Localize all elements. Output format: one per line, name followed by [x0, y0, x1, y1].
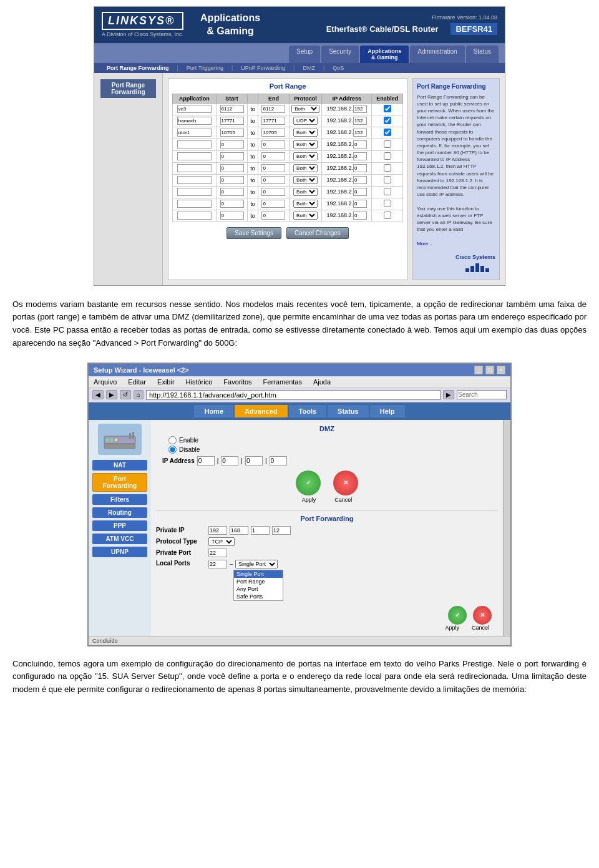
ip-last-3[interactable]: [353, 129, 367, 137]
end-input-3[interactable]: [261, 129, 285, 137]
inner-tab-help[interactable]: Help: [370, 405, 405, 417]
pf-ip-2[interactable]: [230, 526, 248, 535]
enabled-10[interactable]: [384, 212, 391, 219]
sidebar-btn-atm-vcc[interactable]: ATM VCC: [92, 534, 147, 544]
pf-ip-3[interactable]: [251, 526, 270, 535]
menu-historico[interactable]: Histórico: [183, 378, 215, 386]
protocol-select-9[interactable]: BothTCPUDP: [293, 200, 318, 208]
start-input-5[interactable]: [220, 152, 244, 160]
subnav-port-range[interactable]: Port Range Forwarding: [100, 63, 175, 73]
start-input-3[interactable]: [220, 129, 244, 137]
dmz-ip-1[interactable]: [197, 456, 215, 466]
forward-button[interactable]: ▶: [106, 390, 117, 399]
ip-last-2[interactable]: [353, 117, 367, 125]
sidebar-btn-port-forwarding[interactable]: Port Forwarding: [92, 473, 147, 492]
minimize-button[interactable]: _: [474, 366, 483, 374]
inner-tab-advanced[interactable]: Advanced: [235, 405, 288, 417]
start-input-2[interactable]: [220, 117, 244, 125]
start-input-4[interactable]: [220, 140, 244, 149]
tab-applications-gaming[interactable]: Applications& Gaming: [360, 46, 409, 63]
sidebar-btn-upnp[interactable]: UPNP: [92, 547, 147, 557]
app-input-10[interactable]: [177, 212, 212, 220]
close-button[interactable]: ×: [497, 366, 505, 374]
start-input-10[interactable]: [220, 212, 244, 220]
start-input-9[interactable]: [220, 200, 244, 208]
inner-tab-tools[interactable]: Tools: [289, 405, 327, 417]
subnav-port-triggering[interactable]: Port Triggering: [180, 63, 230, 73]
back-button[interactable]: ◀: [92, 390, 104, 399]
pf-apply-button[interactable]: ✓: [448, 606, 467, 625]
end-input-2[interactable]: [261, 117, 285, 125]
dmz-disable-radio[interactable]: [168, 446, 177, 454]
pf-ip-4[interactable]: [272, 526, 291, 535]
pf-local-port-input[interactable]: [208, 560, 227, 568]
end-input-8[interactable]: [261, 188, 285, 196]
enabled-7[interactable]: [384, 176, 391, 183]
protocol-select-10[interactable]: BothTCPUDP: [293, 212, 318, 220]
menu-exibir[interactable]: Exibir: [155, 378, 177, 386]
protocol-select-7[interactable]: BothTCPUDP: [293, 176, 318, 184]
subnav-upnp[interactable]: UPnP Forwarding: [235, 63, 291, 73]
enabled-5[interactable]: [384, 152, 391, 160]
cancel-button[interactable]: ✕: [333, 471, 358, 495]
app-input-3[interactable]: [177, 129, 212, 137]
ip-last-7[interactable]: [353, 176, 367, 184]
menu-ferramentas[interactable]: Ferramentas: [261, 378, 304, 386]
sidebar-btn-nat[interactable]: NAT: [92, 460, 147, 471]
save-settings-button[interactable]: Save Settings: [226, 227, 281, 239]
home-button[interactable]: ⌂: [134, 390, 144, 399]
dmz-enable-radio[interactable]: [168, 436, 177, 444]
protocol-select-5[interactable]: BothTCPUDP: [293, 152, 318, 160]
ip-last-8[interactable]: [353, 188, 367, 196]
start-input-8[interactable]: [220, 188, 244, 196]
sidebar-btn-ppp[interactable]: PPP: [92, 520, 147, 531]
start-input-6[interactable]: [220, 164, 244, 172]
cancel-changes-button[interactable]: Cancel Changes: [286, 227, 349, 239]
enabled-8[interactable]: [384, 188, 391, 195]
dropdown-option-single-port[interactable]: Single Port: [234, 570, 283, 578]
menu-favoritos[interactable]: Favoritos: [221, 378, 254, 386]
app-input-7[interactable]: [177, 176, 212, 184]
address-bar[interactable]: [146, 390, 441, 400]
enabled-4[interactable]: [384, 140, 391, 148]
app-input-6[interactable]: [177, 164, 212, 172]
end-input-10[interactable]: [261, 212, 285, 220]
end-input-7[interactable]: [261, 176, 285, 184]
enabled-9[interactable]: [384, 200, 391, 207]
end-input-5[interactable]: [261, 152, 285, 160]
app-input-9[interactable]: [177, 200, 212, 208]
protocol-select-1[interactable]: BothTCPUDP: [291, 105, 319, 113]
app-input-5[interactable]: [177, 152, 212, 160]
app-input-1[interactable]: [177, 105, 212, 113]
tab-administration[interactable]: Administration: [410, 46, 464, 63]
tab-security[interactable]: Security: [321, 46, 359, 63]
end-input-1[interactable]: [261, 105, 285, 113]
pf-cancel-button[interactable]: ✕: [473, 606, 492, 625]
more-link[interactable]: More...: [417, 241, 432, 246]
ip-last-1[interactable]: [353, 105, 367, 113]
protocol-select-3[interactable]: BothTCPUDP: [293, 129, 318, 137]
go-button[interactable]: ▶: [443, 390, 454, 399]
maximize-button[interactable]: □: [485, 366, 494, 374]
enabled-1[interactable]: [384, 105, 391, 112]
sidebar-btn-filters[interactable]: Filters: [92, 494, 147, 505]
protocol-select-2[interactable]: BothTCPUDP: [293, 117, 318, 125]
menu-editar[interactable]: Editar: [125, 378, 149, 386]
subnav-dmz[interactable]: DMZ: [296, 63, 321, 73]
app-input-4[interactable]: [177, 140, 212, 149]
apply-button[interactable]: ✓: [296, 471, 321, 495]
protocol-select-4[interactable]: BothTCPUDP: [293, 140, 318, 149]
ip-last-4[interactable]: [353, 140, 367, 149]
menu-ajuda[interactable]: Ajuda: [311, 378, 333, 386]
ip-last-5[interactable]: [353, 152, 367, 160]
pf-protocol-select[interactable]: TCP UDP Both: [208, 537, 235, 546]
end-input-9[interactable]: [261, 200, 285, 208]
protocol-select-8[interactable]: BothTCPUDP: [293, 188, 318, 196]
ip-last-6[interactable]: [353, 164, 367, 172]
enabled-3[interactable]: [384, 129, 391, 136]
protocol-select-6[interactable]: BothTCPUDP: [293, 164, 318, 172]
search-input[interactable]: [457, 390, 507, 399]
start-input-7[interactable]: [220, 176, 244, 184]
tab-status[interactable]: Status: [466, 46, 499, 63]
dropdown-option-safe-ports[interactable]: Safe Ports: [234, 593, 283, 600]
